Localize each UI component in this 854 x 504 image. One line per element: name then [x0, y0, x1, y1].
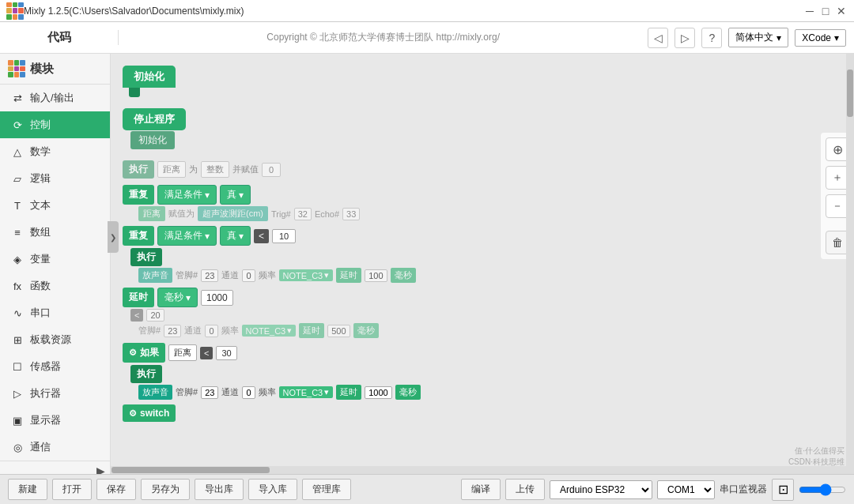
sidebar-scroll-right[interactable]: ▶: [96, 465, 105, 474]
if1-block-group[interactable]: ⚙如果 距离 < 30 执行 放声音: [123, 343, 842, 400]
display-icon: ▣: [9, 412, 25, 428]
sidebar-item-text[interactable]: T 文本: [0, 192, 110, 219]
sidebar-item-io[interactable]: ⇄ 输入/输出: [0, 85, 110, 111]
sidebar-label-sensor: 传感器: [30, 359, 61, 374]
forward-button[interactable]: ▷: [675, 28, 695, 48]
repeat1-value-dropdown[interactable]: 真 ▾: [220, 185, 251, 205]
sidebar-item-display[interactable]: ▣ 显示器: [0, 407, 110, 434]
sidebar-item-array[interactable]: ≡ 数组: [0, 219, 110, 246]
repeat2-op: <: [254, 229, 269, 243]
sidebar-label-variable: 变量: [30, 252, 51, 266]
init-block-group[interactable]: 初始化: [123, 66, 842, 97]
sidebar-label-math: 数学: [30, 145, 51, 159]
sidebar-label-board: 板载资源: [30, 333, 71, 347]
note3-dropdown[interactable]: NOTE_C3 ▾: [279, 386, 334, 398]
sidebar-item-comms[interactable]: ◎ 通信: [0, 434, 110, 461]
board-icon-btn[interactable]: ⊡: [772, 479, 794, 501]
help-button[interactable]: ?: [701, 28, 722, 48]
sidebar-item-board[interactable]: ⊞ 板载资源: [0, 326, 110, 353]
delay1-value[interactable]: 1000: [201, 290, 233, 306]
sidebar-item-function[interactable]: fx 函数: [0, 273, 110, 299]
if1-num: 30: [216, 346, 236, 360]
sidebar-item-variable[interactable]: ◈ 变量: [0, 246, 110, 273]
minimize-button[interactable]: ─: [803, 5, 816, 17]
init-block-header: 初始化: [123, 66, 176, 88]
workspace[interactable]: 初始化 停止程序 初始化 执行: [111, 54, 854, 474]
sidebar: 模块 ⇄ 输入/输出 ⟳ 控制 △ 数学 ▱ 逻辑 T 文本: [0, 54, 111, 474]
sidebar-label-function: 函数: [30, 279, 51, 293]
sidebar-item-serial[interactable]: ∿ 串口: [0, 299, 110, 326]
close-button[interactable]: ✕: [835, 5, 848, 17]
save-button[interactable]: 保存: [96, 479, 136, 500]
switch-block-group[interactable]: ⚙switch: [123, 404, 842, 422]
open-button[interactable]: 打开: [52, 479, 92, 500]
op-lt20-row: < 20: [130, 309, 842, 322]
sidebar-label-array: 数组: [30, 225, 51, 239]
sidebar-logo-label: 模块: [30, 62, 54, 77]
maximize-button[interactable]: □: [819, 5, 832, 17]
repeat2-label: 重复: [123, 226, 154, 246]
board-select[interactable]: Arduino ESP32: [550, 480, 652, 499]
header-bar: 代码 Copyright © 北京师范大学傅赛博士团队 http://mixly…: [0, 22, 854, 54]
gear-icon: ⚙: [129, 348, 137, 358]
volume-slider-container: [799, 483, 846, 496]
repeat2-num[interactable]: 10: [272, 229, 296, 243]
sidebar-item-sensor[interactable]: ☐ 传感器: [0, 353, 110, 380]
delay1-label: 延时: [123, 288, 154, 307]
mode-dropdown[interactable]: XCode ▾: [795, 29, 846, 47]
compile-button[interactable]: 编译: [461, 479, 501, 500]
language-dropdown[interactable]: 简体中文 ▾: [728, 28, 788, 47]
blocks-area: 初始化 停止程序 初始化 执行: [111, 54, 854, 474]
sidebar-item-control[interactable]: ⟳ 控制: [0, 111, 110, 138]
repeat1-inner-ghost: 距离 赋值为 超声波测距(cm) Trig# 32 Echo# 33: [138, 206, 842, 221]
back-button[interactable]: ◁: [648, 28, 668, 48]
com-select[interactable]: COM1: [657, 480, 715, 499]
actuator-icon: ▷: [9, 386, 25, 401]
new-button[interactable]: 新建: [8, 479, 47, 500]
repeat1-block-group[interactable]: 重复 满足条件 ▾ 真 ▾ 距离 赋值为 超声波测距(cm) Trig# 32 …: [123, 185, 842, 221]
exec3-row: 执行: [130, 365, 842, 383]
export-lib-button[interactable]: 导出库: [195, 479, 244, 500]
sidebar-label-actuator: 执行器: [30, 386, 61, 401]
body-container: 模块 ⇄ 输入/输出 ⟳ 控制 △ 数学 ▱ 逻辑 T 文本: [0, 54, 854, 474]
if1-var: 距离: [168, 344, 197, 361]
main-container: 代码 Copyright © 北京师范大学傅赛博士团队 http://mixly…: [0, 22, 854, 504]
delay1-unit-dropdown[interactable]: 毫秒 ▾: [157, 288, 198, 307]
repeat2-condition-dropdown[interactable]: 满足条件 ▾: [157, 226, 217, 246]
sidebar-item-actuator[interactable]: ▷ 执行器: [0, 380, 110, 407]
ghost-distance-label: 距离: [157, 161, 186, 178]
sidebar-label-display: 显示器: [30, 413, 61, 427]
exec3-label: 执行: [130, 365, 162, 383]
header-right: ◁ ▷ ? 简体中文 ▾ XCode ▾: [648, 28, 846, 48]
buzzer3-row: 放声音 管脚# 23 通道 0 频率 NOTE_C3 ▾ 延时 1000 毫秒: [138, 385, 842, 400]
buzzer2-row: 管脚# 23 通道 0 频率 NOTE_C3 ▾ 延时 500 毫秒: [138, 323, 842, 338]
note1-dropdown[interactable]: NOTE_C3 ▾: [279, 269, 334, 281]
header-copyright: Copyright © 北京师范大学傅赛博士团队 http://mixly.or…: [127, 31, 640, 44]
sidebar-label-serial: 串口: [30, 306, 51, 320]
note2-dropdown[interactable]: NOTE_C3 ▾: [242, 325, 297, 337]
upload-button[interactable]: 上传: [505, 479, 545, 500]
save-as-button[interactable]: 另存为: [141, 479, 190, 500]
sidebar-logo: 模块: [0, 54, 110, 85]
sidebar-collapse-btn[interactable]: ❯: [108, 221, 119, 253]
math-icon: △: [9, 144, 25, 160]
window-title: Mixly 1.2.5(C:\Users\Salvador\Documents\…: [24, 6, 803, 17]
exec2-row: 执行: [130, 248, 842, 266]
sensor-icon: ☐: [9, 359, 25, 374]
volume-slider[interactable]: [799, 483, 846, 496]
repeat1-condition-dropdown[interactable]: 满足条件 ▾: [157, 185, 217, 205]
sidebar-item-math[interactable]: △ 数学: [0, 138, 110, 165]
delay1-block-group[interactable]: 延时 毫秒 ▾ 1000 < 20 管脚#: [123, 288, 842, 338]
ghost-exec-label: 执行: [123, 160, 154, 179]
repeat2-value-dropdown[interactable]: 真 ▾: [220, 226, 251, 246]
manage-lib-button[interactable]: 管理库: [302, 479, 351, 500]
sidebar-item-logic[interactable]: ▱ 逻辑: [0, 165, 110, 192]
init-block-notch: [129, 88, 140, 97]
repeat2-block-group[interactable]: 重复 满足条件 ▾ 真 ▾ < 10 执行: [123, 226, 842, 283]
h-scrollbar-thumb[interactable]: [111, 467, 270, 473]
h-scrollbar[interactable]: [111, 466, 846, 474]
v-scrollbar[interactable]: [846, 54, 854, 474]
import-lib-button[interactable]: 导入库: [248, 479, 297, 500]
stop-block-group[interactable]: 停止程序 初始化: [123, 108, 842, 149]
v-scrollbar-thumb[interactable]: [847, 70, 853, 117]
